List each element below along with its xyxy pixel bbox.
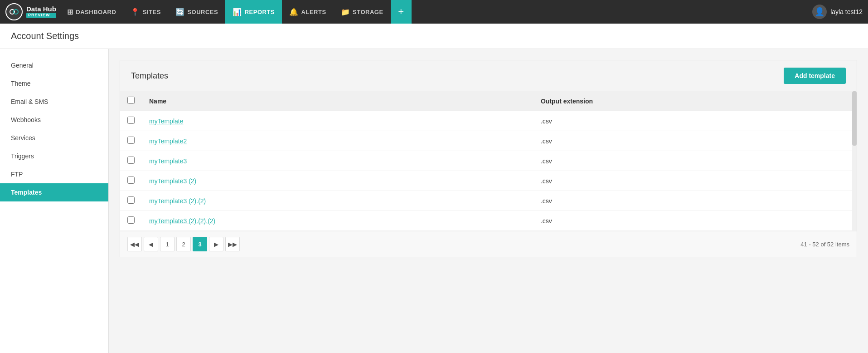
page-container: Account Settings General Theme Email & S…	[0, 24, 868, 353]
templates-section-title: Templates	[131, 71, 168, 81]
sidebar-item-email-sms[interactable]: Email & SMS	[0, 93, 108, 111]
user-name: layla test12	[830, 8, 863, 15]
templates-section: Templates Add template Name Output ext	[120, 60, 857, 257]
pagination-page-2[interactable]: 2	[176, 237, 191, 251]
nav-reports[interactable]: 📊 REPORTS	[225, 0, 282, 24]
scrollbar-thumb[interactable]	[852, 91, 857, 146]
nav-reports-label: REPORTS	[245, 9, 275, 15]
row-checkbox-cell	[120, 191, 142, 211]
sidebar-item-triggers[interactable]: Triggers	[0, 147, 108, 165]
pagination-page-1[interactable]: 1	[160, 237, 175, 251]
table-row: myTemplate3 .csv	[120, 151, 857, 171]
sidebar-item-ftp[interactable]: FTP	[0, 165, 108, 183]
nav-alerts[interactable]: 🔔 ALERTS	[282, 0, 334, 24]
row-extension-cell: .csv	[533, 131, 857, 151]
template-link-4[interactable]: myTemplate3 (2).(2)	[149, 197, 206, 205]
user-menu[interactable]: 👤 layla test12	[812, 5, 863, 19]
row-name-cell: myTemplate3	[142, 151, 533, 171]
header-name: Name	[142, 91, 533, 111]
sidebar-item-services[interactable]: Services	[0, 129, 108, 147]
pagination-info: 41 - 52 of 52 items	[800, 241, 849, 248]
table-row: myTemplate .csv	[120, 111, 857, 131]
page-title-bar: Account Settings	[0, 24, 868, 49]
table-row: myTemplate3 (2) .csv	[120, 171, 857, 191]
template-link-0[interactable]: myTemplate	[149, 118, 183, 125]
content-area: General Theme Email & SMS Webhooks Servi…	[0, 49, 868, 353]
pagination-next-button[interactable]: ▶	[209, 237, 223, 251]
pagination-first-button[interactable]: ◀◀	[127, 237, 142, 251]
row-checkbox-cell	[120, 111, 142, 131]
row-checkbox-0[interactable]	[127, 117, 135, 124]
row-extension-cell: .csv	[533, 111, 857, 131]
row-extension-cell: .csv	[533, 151, 857, 171]
row-extension-cell: .csv	[533, 171, 857, 191]
dashboard-icon: ⊞	[67, 8, 73, 16]
nav-dashboard[interactable]: ⊞ DASHBOARD	[60, 0, 124, 24]
app-logo[interactable]: Data Hub PREVIEW	[5, 3, 56, 20]
sidebar-item-theme[interactable]: Theme	[0, 74, 108, 93]
row-name-cell: myTemplate2	[142, 131, 533, 151]
top-nav: Data Hub PREVIEW ⊞ DASHBOARD 📍 SITES 🔄 S…	[0, 0, 868, 24]
nav-sites-label: SITES	[143, 9, 161, 15]
templates-table: Name Output extension myTemplate .csv	[120, 91, 857, 231]
nav-alerts-label: ALERTS	[301, 9, 326, 15]
row-checkbox-3[interactable]	[127, 176, 135, 184]
table-row: myTemplate3 (2).(2).(2) .csv	[120, 211, 857, 231]
table-header-row: Name Output extension	[120, 91, 857, 111]
template-link-3[interactable]: myTemplate3 (2)	[149, 177, 196, 185]
row-checkbox-5[interactable]	[127, 216, 135, 224]
nav-storage-label: STORAGE	[353, 9, 383, 15]
row-name-cell: myTemplate3 (2)	[142, 171, 533, 191]
nav-plus-button[interactable]: +	[391, 0, 412, 24]
nav-sites[interactable]: 📍 SITES	[123, 0, 168, 24]
header-output-extension: Output extension	[533, 91, 857, 111]
row-checkbox-4[interactable]	[127, 196, 135, 204]
row-extension-cell: .csv	[533, 191, 857, 211]
preview-badge: PREVIEW	[26, 13, 56, 18]
logo-icon	[5, 3, 23, 20]
scrollbar-track[interactable]	[852, 91, 857, 231]
sidebar-item-webhooks[interactable]: Webhooks	[0, 111, 108, 129]
reports-icon: 📊	[233, 8, 242, 16]
row-name-cell: myTemplate	[142, 111, 533, 131]
template-link-2[interactable]: myTemplate3	[149, 157, 187, 165]
row-name-cell: myTemplate3 (2).(2)	[142, 191, 533, 211]
nav-dashboard-label: DASHBOARD	[76, 9, 116, 15]
row-checkbox-2[interactable]	[127, 157, 135, 164]
sidebar: General Theme Email & SMS Webhooks Servi…	[0, 49, 109, 353]
pagination-last-button[interactable]: ▶▶	[225, 237, 240, 251]
nav-sources-label: SOURCES	[187, 9, 218, 15]
pagination-controls: ◀◀ ◀ 1 2 3 ▶ ▶▶	[127, 237, 240, 251]
sources-icon: 🔄	[175, 8, 185, 16]
sidebar-item-templates[interactable]: Templates	[0, 183, 108, 201]
template-link-1[interactable]: myTemplate2	[149, 137, 187, 145]
sidebar-item-general[interactable]: General	[0, 56, 108, 74]
pagination-prev-button[interactable]: ◀	[144, 237, 158, 251]
template-link-5[interactable]: myTemplate3 (2).(2).(2)	[149, 217, 215, 225]
pagination-bar: ◀◀ ◀ 1 2 3 ▶ ▶▶ 41 - 52 of 52 items	[120, 231, 857, 257]
templates-table-wrapper: Name Output extension myTemplate .csv	[120, 91, 857, 231]
row-checkbox-cell	[120, 211, 142, 231]
row-checkbox-cell	[120, 131, 142, 151]
templates-header: Templates Add template	[120, 60, 857, 91]
add-template-button[interactable]: Add template	[784, 68, 846, 84]
nav-storage[interactable]: 📁 STORAGE	[334, 0, 391, 24]
table-row: myTemplate3 (2).(2) .csv	[120, 191, 857, 211]
row-extension-cell: .csv	[533, 211, 857, 231]
row-name-cell: myTemplate3 (2).(2).(2)	[142, 211, 533, 231]
pagination-page-3[interactable]: 3	[193, 237, 207, 251]
row-checkbox-cell	[120, 151, 142, 171]
sites-icon: 📍	[131, 8, 140, 16]
table-row: myTemplate2 .csv	[120, 131, 857, 151]
header-checkbox-col	[120, 91, 142, 111]
user-avatar-icon: 👤	[812, 5, 827, 19]
app-name: Data Hub	[26, 5, 56, 13]
row-checkbox-cell	[120, 171, 142, 191]
page-title: Account Settings	[11, 31, 857, 41]
select-all-checkbox[interactable]	[127, 97, 135, 104]
nav-sources[interactable]: 🔄 SOURCES	[168, 0, 225, 24]
storage-icon: 📁	[341, 8, 350, 16]
main-content: Templates Add template Name Output ext	[109, 49, 868, 353]
alerts-icon: 🔔	[289, 8, 299, 16]
row-checkbox-1[interactable]	[127, 137, 135, 144]
